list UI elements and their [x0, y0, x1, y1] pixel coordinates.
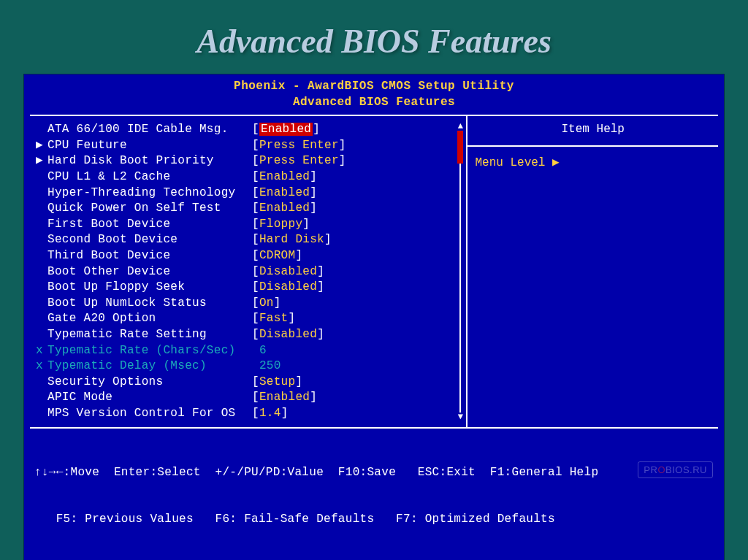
- setting-label: Quick Power On Self Test: [47, 201, 252, 217]
- setting-value[interactable]: [Disabled]: [252, 327, 324, 343]
- setting-value[interactable]: [Setup]: [252, 375, 302, 391]
- setting-row[interactable]: Hyper-Threading Technology[Enabled]: [31, 185, 465, 202]
- setting-label: MPS Version Control For OS: [47, 406, 252, 422]
- setting-value[interactable]: [Press Enter]: [252, 138, 346, 154]
- footer-line1: ↑↓→←:Move Enter:Select +/-/PU/PD:Value F…: [34, 465, 717, 481]
- row-marker: [31, 406, 47, 422]
- setting-row[interactable]: Third Boot Device[CDROM]: [31, 248, 465, 264]
- setting-value[interactable]: [Enabled]: [252, 185, 317, 202]
- submenu-arrow-icon: ▶: [31, 153, 47, 169]
- row-marker: [31, 185, 47, 202]
- setting-row[interactable]: Boot Up NumLock Status[On]: [31, 296, 465, 312]
- help-panel: Item Help Menu Level ▶: [468, 116, 718, 427]
- bios-panels: ▲ ▼ ATA 66/100 IDE Cable Msg.[Enabled]▶C…: [30, 115, 718, 429]
- help-title: Item Help: [475, 122, 711, 145]
- setting-label: Typematic Delay (Msec): [47, 358, 252, 375]
- scroll-track[interactable]: [459, 131, 461, 413]
- row-marker: [31, 375, 47, 391]
- setting-value[interactable]: [Enabled]: [252, 122, 320, 138]
- settings-panel[interactable]: ▲ ▼ ATA 66/100 IDE Cable Msg.[Enabled]▶C…: [30, 116, 468, 427]
- setting-label: Gate A20 Option: [47, 311, 252, 327]
- setting-label: CPU L1 & L2 Cache: [47, 169, 252, 185]
- setting-value[interactable]: [Enabled]: [252, 169, 317, 185]
- setting-value[interactable]: [Fast]: [252, 311, 295, 327]
- setting-value: 6: [252, 343, 267, 359]
- setting-value[interactable]: [CDROM]: [252, 248, 302, 264]
- setting-row[interactable]: ATA 66/100 IDE Cable Msg.[Enabled]: [31, 122, 465, 138]
- setting-value[interactable]: [On]: [252, 296, 281, 312]
- row-marker: [31, 296, 47, 312]
- setting-label: Typematic Rate (Chars/Sec): [47, 343, 252, 359]
- setting-row[interactable]: Second Boot Device[Hard Disk]: [31, 232, 465, 248]
- row-marker: [31, 169, 47, 185]
- row-marker: [31, 201, 47, 217]
- row-marker: [31, 390, 47, 406]
- setting-row[interactable]: Boot Other Device[Disabled]: [31, 264, 465, 280]
- footer-line2: F5: Previous Values F6: Fail-Safe Defaul…: [34, 512, 717, 528]
- row-marker: [31, 264, 47, 280]
- setting-row[interactable]: CPU L1 & L2 Cache[Enabled]: [31, 169, 465, 185]
- setting-label: Second Boot Device: [47, 232, 252, 248]
- bios-header-line1: Phoenix - AwardBIOS CMOS Setup Utility: [24, 79, 724, 95]
- disabled-marker-icon: x: [31, 343, 47, 359]
- row-marker: [31, 122, 47, 138]
- setting-row[interactable]: First Boot Device[Floppy]: [31, 217, 465, 233]
- setting-label: Hard Disk Boot Priority: [47, 153, 252, 169]
- setting-label: Typematic Rate Setting: [47, 327, 252, 343]
- setting-row: xTypematic Rate (Chars/Sec) 6: [31, 343, 465, 359]
- scroll-down-icon[interactable]: ▼: [458, 413, 463, 421]
- setting-row[interactable]: MPS Version Control For OS[1.4]: [31, 406, 465, 422]
- setting-row[interactable]: ▶Hard Disk Boot Priority[Press Enter]: [31, 153, 465, 169]
- setting-row: xTypematic Delay (Msec) 250: [31, 358, 465, 375]
- help-separator: [468, 145, 718, 147]
- setting-label: Boot Other Device: [47, 264, 252, 280]
- setting-label: APIC Mode: [47, 390, 252, 406]
- setting-row[interactable]: APIC Mode[Enabled]: [31, 390, 465, 406]
- bios-window: Phoenix - AwardBIOS CMOS Setup Utility A…: [23, 74, 725, 560]
- setting-row[interactable]: Security Options[Setup]: [31, 375, 465, 391]
- setting-value[interactable]: [Press Enter]: [252, 153, 346, 169]
- setting-value[interactable]: [Enabled]: [252, 201, 317, 217]
- bios-footer: ↑↓→←:Move Enter:Select +/-/PU/PD:Value F…: [24, 429, 724, 560]
- scroll-thumb[interactable]: [457, 131, 463, 164]
- disabled-marker-icon: x: [31, 358, 47, 375]
- submenu-arrow-icon: ▶: [31, 138, 47, 154]
- bios-header-line2: Advanced BIOS Features: [24, 95, 724, 111]
- setting-label: Boot Up Floppy Seek: [47, 280, 252, 296]
- setting-value[interactable]: [Disabled]: [252, 264, 324, 280]
- scroll-up-icon[interactable]: ▲: [458, 122, 463, 131]
- setting-value: 250: [252, 358, 281, 375]
- setting-row[interactable]: Gate A20 Option[Fast]: [31, 311, 465, 327]
- setting-value[interactable]: [Disabled]: [252, 280, 324, 296]
- setting-label: Security Options: [47, 375, 252, 391]
- setting-label: Third Boot Device: [47, 248, 252, 264]
- setting-row[interactable]: ▶CPU Feuture[Press Enter]: [31, 138, 465, 154]
- row-marker: [31, 217, 47, 233]
- row-marker: [31, 232, 47, 248]
- setting-row[interactable]: Boot Up Floppy Seek[Disabled]: [31, 280, 465, 296]
- setting-label: Hyper-Threading Technology: [47, 185, 252, 202]
- setting-label: First Boot Device: [47, 217, 252, 233]
- setting-value[interactable]: [Enabled]: [252, 390, 317, 406]
- slide-title: Advanced BIOS Features: [0, 0, 748, 74]
- setting-label: Boot Up NumLock Status: [47, 296, 252, 312]
- setting-label: CPU Feuture: [47, 138, 252, 154]
- setting-value[interactable]: [1.4]: [252, 406, 289, 422]
- scrollbar[interactable]: ▲ ▼: [456, 122, 465, 421]
- setting-row[interactable]: Typematic Rate Setting[Disabled]: [31, 327, 465, 343]
- row-marker: [31, 280, 47, 296]
- setting-row[interactable]: Quick Power On Self Test[Enabled]: [31, 201, 465, 217]
- row-marker: [31, 248, 47, 264]
- setting-value[interactable]: [Floppy]: [252, 217, 310, 233]
- row-marker: [31, 311, 47, 327]
- help-menu-level: Menu Level ▶: [475, 156, 711, 172]
- setting-label: ATA 66/100 IDE Cable Msg.: [47, 122, 252, 138]
- row-marker: [31, 327, 47, 343]
- bios-header: Phoenix - AwardBIOS CMOS Setup Utility A…: [24, 74, 724, 115]
- setting-value[interactable]: [Hard Disk]: [252, 232, 332, 248]
